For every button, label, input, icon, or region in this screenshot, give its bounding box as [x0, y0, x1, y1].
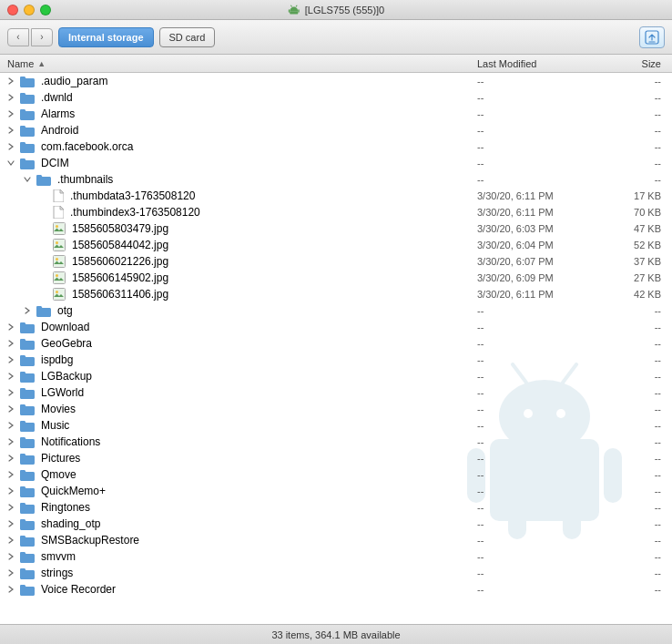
folder-chevron[interactable]	[7, 438, 16, 445]
list-item[interactable]: .thumbindex3-1763508120 3/30/20, 6:11 PM…	[0, 204, 672, 220]
file-name-label: LGBackup	[41, 370, 92, 383]
list-item[interactable]: .thumbdata3-1763508120 3/30/20, 6:11 PM …	[0, 188, 672, 204]
list-item[interactable]: LGBackup -- --	[0, 368, 672, 384]
list-item[interactable]: 1585605844042.jpg 3/30/20, 6:04 PM 52 KB	[0, 237, 672, 253]
folder-icon	[20, 404, 35, 415]
folder-chevron[interactable]	[7, 504, 16, 511]
forward-button[interactable]: ›	[31, 28, 53, 46]
folder-chevron[interactable]	[7, 159, 16, 167]
file-modified: --	[477, 535, 605, 546]
list-item[interactable]: GeoGebra -- --	[0, 335, 672, 352]
svg-line-1	[296, 5, 297, 6]
file-name-label: Pictures	[41, 452, 80, 465]
list-item[interactable]: .audio_param -- --	[0, 73, 672, 89]
folder-icon	[20, 387, 35, 399]
list-item[interactable]: Android -- --	[0, 122, 672, 138]
list-item[interactable]: strings -- --	[0, 565, 672, 581]
folder-chevron[interactable]	[7, 389, 16, 396]
folder-chevron[interactable]	[7, 373, 16, 380]
folder-chevron[interactable]	[7, 471, 16, 478]
list-item[interactable]: smvvm -- --	[0, 548, 672, 565]
list-item[interactable]: 1585605803479.jpg 3/30/20, 6:03 PM 47 KB	[0, 220, 672, 237]
file-size: --	[605, 584, 668, 595]
file-list[interactable]: .audio_param -- -- .dwnld -- -- Alarms	[0, 73, 672, 624]
list-item[interactable]: shading_otp -- --	[0, 516, 672, 532]
list-item[interactable]: DCIM -- --	[0, 155, 672, 171]
folder-chevron[interactable]	[7, 520, 16, 527]
file-name: 1585606145902.jpg	[4, 271, 477, 284]
list-item[interactable]: 1585606311406.jpg 3/30/20, 6:11 PM 42 KB	[0, 286, 672, 302]
folder-chevron[interactable]	[7, 94, 16, 101]
file-name-label: SMSBackupRestore	[41, 534, 139, 547]
list-item[interactable]: com.facebook.orca -- --	[0, 138, 672, 155]
folder-chevron[interactable]	[7, 340, 16, 347]
back-button[interactable]: ‹	[7, 28, 29, 46]
file-size: --	[605, 338, 668, 349]
toolbar: ‹ › Internal storage SD card	[0, 20, 672, 55]
file-name: Movies	[4, 403, 477, 415]
file-size: 47 KB	[605, 223, 668, 234]
folder-chevron[interactable]	[7, 553, 16, 560]
list-item[interactable]: 1585606145902.jpg 3/30/20, 6:09 PM 27 KB	[0, 270, 672, 286]
folder-chevron[interactable]	[7, 77, 16, 85]
modified-column-header[interactable]: Last Modified	[477, 58, 605, 69]
name-column-header[interactable]: Name ▲	[4, 58, 477, 69]
list-item[interactable]: Movies -- --	[0, 401, 672, 417]
file-modified: --	[477, 469, 605, 480]
maximize-button[interactable]	[40, 5, 51, 15]
file-size: --	[605, 322, 668, 332]
list-item[interactable]: LGWorld -- --	[0, 384, 672, 401]
list-item[interactable]: otg -- --	[0, 302, 672, 319]
folder-chevron[interactable]	[7, 487, 16, 495]
list-item[interactable]: QuickMemo+ -- --	[0, 483, 672, 499]
folder-chevron[interactable]	[7, 569, 16, 577]
folder-chevron[interactable]	[7, 586, 16, 593]
list-item[interactable]: Download -- --	[0, 319, 672, 335]
list-item[interactable]: Ringtones -- --	[0, 499, 672, 516]
nav-buttons: ‹ ›	[7, 28, 53, 46]
list-item[interactable]: .thumbnails -- --	[0, 171, 672, 188]
file-name-label: otg	[57, 304, 73, 317]
list-item[interactable]: Voice Recorder -- --	[0, 581, 672, 598]
minimize-button[interactable]	[24, 5, 35, 15]
upload-button[interactable]	[639, 26, 665, 48]
svg-rect-20	[54, 240, 65, 250]
folder-icon	[20, 141, 35, 153]
list-item[interactable]: Alarms -- --	[0, 106, 672, 122]
list-item[interactable]: 1585606021226.jpg 3/30/20, 6:07 PM 37 KB	[0, 253, 672, 270]
sd-card-button[interactable]: SD card	[159, 27, 216, 47]
file-modified: 3/30/20, 6:03 PM	[477, 223, 605, 234]
internal-storage-button[interactable]: Internal storage	[58, 27, 154, 47]
close-button[interactable]	[7, 5, 18, 15]
size-column-header[interactable]: Size	[605, 58, 668, 69]
folder-chevron[interactable]	[24, 307, 33, 314]
folder-chevron[interactable]	[7, 127, 16, 134]
list-item[interactable]: .dwnld -- --	[0, 89, 672, 106]
folder-chevron[interactable]	[7, 422, 16, 429]
folder-chevron[interactable]	[7, 143, 16, 150]
folder-chevron[interactable]	[7, 537, 16, 544]
file-name: LGWorld	[4, 386, 477, 399]
list-item[interactable]: Pictures -- --	[0, 450, 672, 466]
file-modified: --	[477, 584, 605, 595]
folder-chevron[interactable]	[7, 356, 16, 363]
list-item[interactable]: Music -- --	[0, 417, 672, 434]
file-name: Music	[4, 419, 477, 432]
folder-chevron[interactable]	[7, 110, 16, 118]
file-size: --	[605, 108, 668, 119]
file-icon	[53, 255, 66, 268]
file-name-label: Ringtones	[41, 501, 90, 514]
list-item[interactable]: Qmove -- --	[0, 466, 672, 483]
list-item[interactable]: ispdbg -- --	[0, 352, 672, 368]
file-name: smvvm	[4, 550, 477, 563]
folder-chevron[interactable]	[7, 405, 16, 413]
file-size: --	[605, 436, 668, 447]
file-modified: --	[477, 141, 605, 152]
folder-chevron[interactable]	[24, 176, 33, 183]
file-size: --	[605, 125, 668, 136]
list-item[interactable]: Notifications -- --	[0, 434, 672, 450]
list-item[interactable]: SMSBackupRestore -- --	[0, 532, 672, 548]
file-icon	[53, 206, 64, 219]
folder-chevron[interactable]	[7, 323, 16, 331]
folder-chevron[interactable]	[7, 455, 16, 462]
